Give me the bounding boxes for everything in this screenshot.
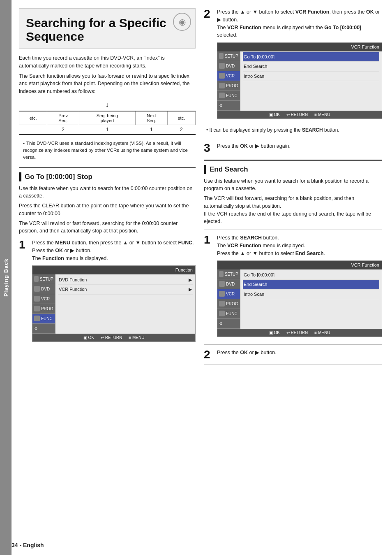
- page-title: Searching for a Specific Sequence: [26, 16, 189, 43]
- direction-table-section: ↓ etc. PrevSeq. Seq. beingplayed NextSeq…: [19, 100, 196, 135]
- sequence-table: etc. PrevSeq. Seq. beingplayed NextSeq. …: [19, 111, 196, 135]
- function-menu-mockup: Function SETUP DVD VCR PROG FUNC ⚙: [32, 265, 196, 342]
- end-search-step-1: 1 Press the SEARCH button. The VCR Funct…: [204, 234, 382, 340]
- divider-5: [204, 365, 382, 365]
- end-search-step-2: 2 Press the OK or ▶ button.: [204, 349, 382, 360]
- title-box: Searching for a Specific Sequence ◉: [19, 8, 196, 49]
- search-icon: ◉: [173, 13, 191, 31]
- intro-text: Each time you record a cassette on this …: [19, 54, 196, 95]
- menu-func-highlight: FUNC: [32, 314, 55, 324]
- divider-2: [204, 138, 382, 138]
- menu-right-vcr1: Go To [0:00:00] End Search Intro Scan: [240, 51, 382, 111]
- left-column: Searching for a Specific Sequence ◉ Each…: [19, 8, 196, 547]
- col-next: NextSeq.: [135, 111, 167, 125]
- col-playing: Seq. beingplayed: [79, 111, 136, 125]
- menu-title-function: Function: [32, 266, 195, 274]
- col-prev: PrevSeq.: [47, 111, 79, 125]
- col-etc2: etc.: [167, 111, 195, 125]
- menu-right-panel: DVD Function ▶ VCR Function ▶: [55, 274, 195, 334]
- menu-left-panel: SETUP DVD VCR PROG FUNC ⚙: [32, 274, 55, 334]
- menu-title-vcr2: VCR Function: [217, 261, 382, 269]
- menu-right-vcr2: Go To [0:00:00] End Search Intro Scan: [240, 269, 382, 329]
- divider-4: [204, 344, 382, 345]
- menu-vcr-highlight: VCR: [217, 71, 240, 81]
- section-divider-2: [204, 160, 382, 161]
- goto-step-3: 3 Press the OK or ▶ button again.: [204, 142, 382, 154]
- end-search-title: End Search: [210, 165, 248, 174]
- menu-left-vcr1: SETUP DVD VCR PROG FUNC ⚙: [217, 51, 240, 111]
- goto-step-1: 1 Press the MENU button, then press the …: [19, 239, 196, 345]
- down-arrow-icon: ↓: [19, 100, 196, 109]
- search-button-note: • It can be displayed simply by pressing…: [206, 126, 382, 134]
- divider-3: [204, 230, 382, 230]
- note-viss: •This DVD-VCR uses a standard indexing s…: [19, 140, 196, 161]
- right-column: 2 Press the ▲ or ▼ button to select VCR …: [204, 8, 382, 547]
- vcr-function-menu-mockup-1: VCR Function SETUP DVD VCR PROG FUNC ⚙: [217, 42, 382, 119]
- title-bar: [19, 172, 21, 181]
- goto-section-title: Go To [0:00:00] Stop: [19, 172, 196, 181]
- menu-left-vcr2: SETUP DVD VCR PROG FUNC ⚙: [217, 269, 240, 329]
- col-etc1: etc.: [19, 111, 47, 125]
- goto-step-2: 2 Press the ▲ or ▼ button to select VCR …: [204, 8, 382, 122]
- vcr-function-menu-mockup-2: VCR Function SETUP DVD VCR PROG FUNC ⚙: [217, 260, 382, 337]
- section-divider-1: [19, 167, 196, 168]
- title-bar-2: [204, 165, 206, 174]
- page-footer: 34 - English: [12, 542, 44, 548]
- goto-title: Go To [0:00:00] Stop: [25, 173, 92, 181]
- end-search-section-title: End Search: [204, 165, 382, 174]
- goto-description: Use this feature when you want to search…: [19, 185, 196, 235]
- menu-title-vcr1: VCR Function: [217, 43, 382, 51]
- end-search-description: Use this feature when you want to search…: [204, 177, 382, 226]
- menu-footer: ▣ OK↩ RETURN≡ MENU: [32, 334, 195, 341]
- side-tab: Playing Back: [0, 0, 12, 555]
